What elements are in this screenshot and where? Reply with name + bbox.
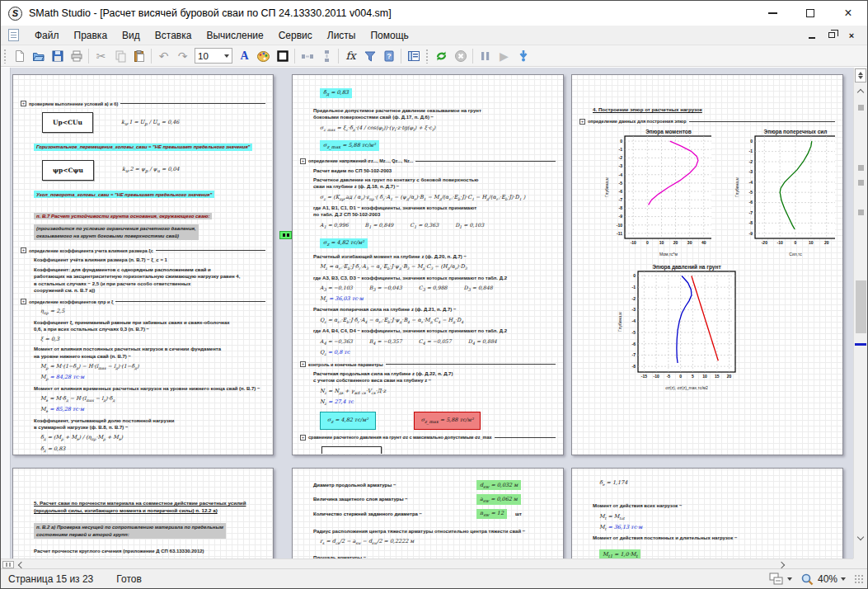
scroll-right-icon[interactable] (778, 562, 785, 568)
page-4[interactable]: 5. Расчет сваи по прочности материала на… (12, 468, 274, 558)
math-region[interactable]: Mz = αε²·Eb·J·δг·A3 − αε·Eb·J·ψд·B3 − Mд… (320, 263, 556, 271)
cut-button[interactable]: ✂ (91, 47, 110, 65)
collapse-icon[interactable]: + (21, 299, 26, 304)
resize-grip[interactable] (854, 574, 864, 584)
undo-button[interactable]: ↶ (154, 47, 173, 65)
step-button[interactable] (514, 47, 533, 65)
math-region[interactable]: Количество стержней заданного диаметра −… (313, 509, 556, 519)
math-region[interactable]: Qz = αε³·Eb·J·δг·A4 − αε²·Eb·J·ψд·B4 − α… (320, 317, 556, 324)
align-vertical-button[interactable] (317, 47, 335, 65)
math-region[interactable]: σz_max = ξc·δд·(4 / cos(φI))·(γI·z·tg(φI… (320, 125, 556, 132)
scrollbar-splitter[interactable] (855, 68, 866, 82)
math-region[interactable]: где A4, B4, C4, D4 − коэффициенты, значе… (313, 327, 556, 334)
section-separator[interactable]: +проверяем выполнение условий а) и б) (21, 101, 265, 106)
condition-box[interactable]: ψp<Cψu (42, 160, 94, 181)
math-region[interactable]: Расчетный изгибающий момент на глубине z… (313, 253, 556, 260)
page-view-icon[interactable] (769, 573, 784, 585)
math-region[interactable]: Коэффициент ξ, принимаемый равным при за… (34, 319, 265, 333)
math-region[interactable]: Mp = M·(1−δд) − H·(lmax − lд)·(1−δд) (40, 363, 265, 370)
page-6[interactable]: δe = 1,174Момент от действия всех нагруз… (571, 468, 843, 558)
math-region[interactable]: Mt = 36,13 тс·м (599, 524, 835, 531)
page-anchor-marker[interactable] (279, 231, 292, 239)
math-region[interactable]: σz = (Kпр,ад / αε)·εпр·( δг·A1 − (ψд/αε)… (320, 194, 556, 201)
math-region[interactable]: Up<CUuku,1 = Up / Uu = 0,46 (42, 112, 265, 133)
math-region[interactable]: σz = 4,82 тс/м² (313, 233, 556, 251)
scroll-down-icon[interactable] (857, 534, 864, 540)
redo-button[interactable]: ↷ (173, 47, 192, 65)
help-reference-button[interactable]: ? (379, 47, 398, 65)
math-region[interactable]: где A3, B3, C3, D3 − коэффициенты, значе… (313, 275, 556, 281)
section-separator[interactable]: +определение напряжений σz..., Mz..., Qz… (300, 158, 556, 164)
toolbar-grip[interactable] (3, 49, 7, 64)
math-region[interactable]: Расчет ведем по СП 50-102-2003 (313, 167, 556, 174)
page-2[interactable]: δд = 0,83Предельное допустимое расчетное… (292, 74, 564, 455)
math-region[interactable]: σz = 4,82 тс/м²σz_max = 5,88 тс/м² (320, 412, 556, 429)
math-region[interactable]: Момент от действия постоянных и длительн… (593, 535, 835, 541)
math-region[interactable]: п. В.2 а) Проверка несущей по сопротивле… (34, 521, 265, 541)
math-region[interactable]: δe = 1,174 (599, 479, 835, 487)
math-region[interactable]: ψp<Cψuku,2 = ψp / ψu = 0,04 (42, 160, 265, 181)
math-region[interactable]: δд = 0,83 (40, 445, 265, 453)
section-separator[interactable]: +контроль и конечные параметры (300, 361, 556, 367)
math-region[interactable]: δд = 0,83 (313, 82, 556, 101)
math-region[interactable]: Расчетная продольная сила на глубине z (… (313, 370, 556, 384)
section-separator[interactable]: +определение данных для построения эпюр (579, 119, 835, 125)
menu-item[interactable]: Файл (27, 26, 67, 45)
math-region[interactable]: Mt1 = 1,0·Mt (593, 544, 835, 558)
show-panel-button[interactable] (404, 47, 423, 65)
page-6-content[interactable]: δe = 1,174Момент от действия всех нагруз… (573, 469, 842, 558)
math-region[interactable]: п. В.7 Расчет устойчивости грунта основа… (34, 206, 265, 222)
math-region[interactable]: Момент от влияния постоянных расчетных н… (34, 346, 265, 360)
page-4-content[interactable]: 5. Расчет сваи по прочности материала на… (14, 469, 272, 558)
math-region[interactable]: A3 = −0,103B3 = −0,043C3 = 0,988D3 = 0,8… (320, 285, 556, 292)
page-1[interactable]: +проверяем выполнение условий а) и б)Up<… (12, 74, 274, 455)
copy-button[interactable] (110, 47, 129, 65)
menu-item[interactable]: Вставка (148, 26, 199, 45)
scroll-up-icon[interactable] (857, 89, 864, 96)
scroll-left-icon[interactable] (18, 562, 25, 568)
collapse-icon[interactable]: + (300, 361, 306, 367)
math-region[interactable]: δд = (Mp + Mв) / (ηпр·Mp + Mв) (40, 434, 265, 441)
math-region[interactable]: Коэффициент учёта влияния размера (п. В.… (34, 257, 265, 263)
condition-box[interactable]: Up<CUu (42, 112, 93, 133)
math-region[interactable]: A4 = −0,363B4 = −0,357C4 = −0,057D4 = 0,… (320, 338, 556, 346)
stop-button[interactable] (451, 47, 470, 65)
page-5[interactable]: Диаметр продольной арматуры −dsw = 0,032… (292, 468, 564, 558)
math-region[interactable]: Расчет прочности круглого сечения (прило… (34, 548, 265, 554)
vertical-scroll-thumb[interactable] (856, 280, 866, 333)
math-region[interactable]: Момент от влияния временных расчетных на… (34, 385, 265, 392)
page-3[interactable]: 4. Построение эпюр от расчетных нагрузок… (571, 74, 843, 455)
toolbar-grip-2[interactable] (425, 49, 429, 64)
math-region[interactable]: Радиус расположения центра тяжести армат… (313, 528, 556, 535)
align-horizontal-button[interactable] (298, 47, 317, 65)
math-region[interactable]: Момент от действия всех нагрузок − (593, 502, 835, 509)
plot-region[interactable]: Эпюра давлений на грунт-15-10-5051015200… (616, 263, 741, 392)
border-button[interactable] (273, 47, 292, 65)
math-region[interactable]: ηпр = 2,5 (40, 308, 265, 315)
math-region[interactable]: Горизонтальное_перемещение_головы_сваи =… (34, 137, 265, 154)
section-separator[interactable]: +определение коэффициентов ηпр и ξ (21, 299, 265, 304)
font-color-button[interactable]: A (235, 47, 254, 65)
mdi-minimize-button[interactable] (806, 30, 818, 40)
mdi-close-button[interactable]: × (846, 30, 857, 40)
play-button[interactable]: ▶ (495, 47, 514, 65)
math-region[interactable]: Mp = 84,28 тс·м (40, 374, 265, 381)
math-region[interactable]: Mz = 36,03 тс·м (320, 295, 556, 303)
math-region[interactable]: Коэффициент, учитывающий долю постоянной… (34, 417, 265, 431)
menu-item[interactable]: Помощь (363, 26, 415, 45)
page-2-content[interactable]: δд = 0,83Предельное допустимое расчетное… (293, 76, 562, 454)
minimize-button[interactable] (753, 1, 791, 26)
document-icon[interactable] (8, 29, 19, 41)
math-region[interactable]: Mв = 85,28 тс·м (40, 406, 265, 413)
menu-item[interactable]: Вычисление (199, 26, 270, 45)
collapse-icon[interactable]: + (21, 247, 26, 253)
section-separator[interactable]: +определение коэффициента учета влияния … (21, 247, 265, 253)
math-region[interactable]: σz_max = 5,88 тс/м² (313, 135, 556, 153)
math-region[interactable]: Qz = 0,8 тс (320, 349, 556, 356)
paste-button[interactable] (129, 47, 148, 65)
zoom-magnifier-icon[interactable] (800, 573, 814, 586)
math-region[interactable]: Mt = Mtot (599, 513, 835, 521)
math-region[interactable]: Предельное допустимое расчетное давление… (313, 107, 556, 121)
vertical-scrollbar[interactable] (853, 68, 867, 558)
math-region[interactable]: Угол_поворота_головы_сваи = "НЕ превышае… (34, 185, 265, 202)
